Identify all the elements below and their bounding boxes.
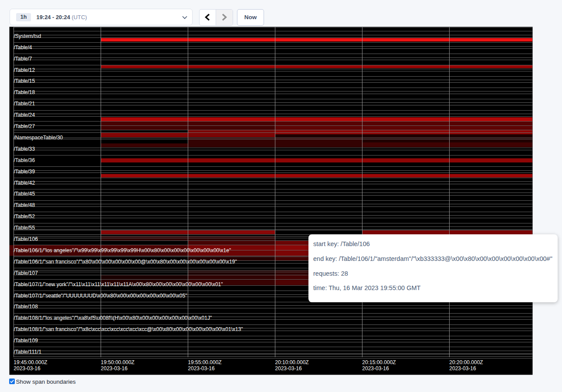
- svg-text:/Table/107: /Table/107: [14, 270, 38, 276]
- svg-text:19:50:00.000Z: 19:50:00.000Z: [101, 359, 134, 365]
- svg-text:/Table/48: /Table/48: [14, 202, 35, 208]
- svg-text:/Table/55: /Table/55: [14, 225, 35, 231]
- svg-text:/Table/106/1/"san francisco"/": /Table/106/1/"san francisco"/"\x80\x00\x…: [14, 259, 237, 265]
- svg-text:/Table/109: /Table/109: [14, 338, 38, 344]
- svg-text:/Table/18: /Table/18: [14, 89, 35, 95]
- svg-text:/Table/52: /Table/52: [14, 213, 35, 220]
- svg-text:/Table/108/1/"los angeles"/"\x: /Table/108/1/"los angeles"/"\xa8\xf5\u00…: [14, 315, 212, 321]
- svg-text:/Table/12: /Table/12: [14, 67, 35, 73]
- svg-text:/Table/39: /Table/39: [14, 169, 35, 175]
- svg-text:2023-03-16: 2023-03-16: [362, 365, 389, 372]
- svg-text:20:20:00.000Z: 20:20:00.000Z: [449, 359, 483, 365]
- svg-text:/Table/15: /Table/15: [14, 78, 35, 84]
- svg-text:/Table/106/1/"los angeles"/"\x: /Table/106/1/"los angeles"/"\x99\x99\x99…: [14, 247, 231, 253]
- svg-text:2023-03-16: 2023-03-16: [449, 365, 476, 372]
- svg-text:/Table/106: /Table/106: [14, 236, 38, 242]
- svg-text:20:15:00.000Z: 20:15:00.000Z: [362, 359, 396, 365]
- svg-text:/Table/108/1/"san francisco"/": /Table/108/1/"san francisco"/"\x8c\xcc\x…: [14, 326, 243, 332]
- svg-text:/Table/21: /Table/21: [14, 101, 35, 107]
- svg-text:2023-03-16: 2023-03-16: [188, 365, 215, 372]
- svg-text:/NamespaceTable/30: /NamespaceTable/30: [14, 135, 63, 141]
- svg-text:/System/tsd: /System/tsd: [14, 33, 41, 39]
- svg-text:/Table/24: /Table/24: [14, 112, 35, 118]
- svg-text:/Table/27: /Table/27: [14, 123, 35, 129]
- svg-text:/Table/33: /Table/33: [14, 146, 35, 152]
- svg-text:/Table/111/1: /Table/111/1: [14, 349, 42, 355]
- svg-text:19:45:00.000Z: 19:45:00.000Z: [14, 359, 47, 365]
- svg-text:20:10:00.000Z: 20:10:00.000Z: [275, 359, 308, 365]
- svg-text:/Table/42: /Table/42: [14, 180, 35, 186]
- svg-text:/Table/36: /Table/36: [14, 157, 35, 163]
- svg-text:/Table/7: /Table/7: [14, 56, 32, 62]
- svg-text:/Table/107/1/"new york"/"\x11\: /Table/107/1/"new york"/"\x11\x11\x11\x1…: [14, 281, 223, 287]
- svg-text:19:55:00.000Z: 19:55:00.000Z: [188, 359, 221, 365]
- svg-text:/Table/107/1/"seattle"/"UUUUUU: /Table/107/1/"seattle"/"UUUUUUUD\x00\x80…: [14, 293, 187, 299]
- svg-text:2023-03-16: 2023-03-16: [275, 365, 302, 372]
- svg-text:2023-03-16: 2023-03-16: [101, 365, 128, 372]
- svg-text:2023-03-16: 2023-03-16: [14, 365, 41, 372]
- svg-text:/Table/45: /Table/45: [14, 191, 35, 197]
- svg-text:/Table/4: /Table/4: [14, 44, 32, 51]
- svg-text:/Table/108: /Table/108: [14, 304, 38, 310]
